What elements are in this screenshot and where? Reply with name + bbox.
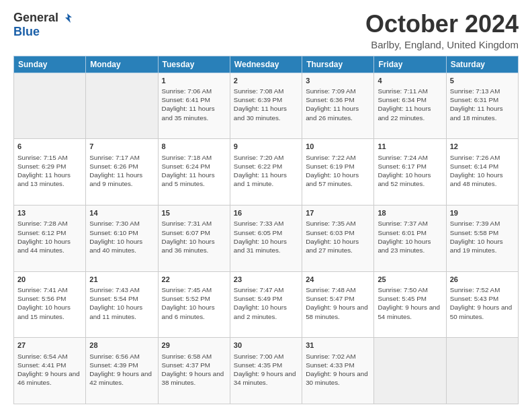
table-row: 15Sunrise: 7:31 AMSunset: 6:07 PMDayligh… (158, 205, 230, 271)
table-row: 8Sunrise: 7:18 AMSunset: 6:24 PMDaylight… (158, 139, 230, 205)
col-wednesday: Wednesday (230, 56, 302, 73)
table-row: 21Sunrise: 7:43 AMSunset: 5:54 PMDayligh… (86, 271, 158, 338)
day-number: 6 (17, 142, 82, 152)
day-info: Sunrise: 7:15 AMSunset: 6:29 PMDaylight:… (17, 153, 82, 189)
table-row: 19Sunrise: 7:39 AMSunset: 5:58 PMDayligh… (446, 205, 518, 271)
day-info: Sunrise: 7:48 AMSunset: 5:47 PMDaylight:… (306, 285, 370, 321)
day-info: Sunrise: 7:13 AMSunset: 6:31 PMDaylight:… (450, 87, 515, 122)
day-info: Sunrise: 6:58 AMSunset: 4:37 PMDaylight:… (162, 352, 226, 387)
table-row (86, 73, 158, 139)
day-number: 10 (306, 142, 370, 152)
col-thursday: Thursday (302, 56, 374, 73)
logo-blue-text: Blue (13, 26, 40, 39)
table-row: 5Sunrise: 7:13 AMSunset: 6:31 PMDaylight… (446, 73, 518, 139)
day-number: 8 (162, 142, 226, 152)
table-row: 24Sunrise: 7:48 AMSunset: 5:47 PMDayligh… (302, 271, 374, 338)
calendar-table: Sunday Monday Tuesday Wednesday Thursday… (13, 56, 519, 404)
table-row: 10Sunrise: 7:22 AMSunset: 6:19 PMDayligh… (302, 139, 374, 205)
header: General Blue October 2024 Barlby, Englan… (13, 11, 519, 50)
title-block: October 2024 Barlby, England, United Kin… (365, 11, 519, 50)
day-number: 30 (234, 340, 298, 351)
day-info: Sunrise: 7:43 AMSunset: 5:54 PMDaylight:… (89, 285, 154, 321)
day-number: 5 (450, 76, 515, 86)
table-row: 7Sunrise: 7:17 AMSunset: 6:26 PMDaylight… (86, 139, 158, 205)
logo-bird-icon (60, 11, 75, 26)
col-saturday: Saturday (446, 56, 518, 73)
day-number: 28 (89, 340, 154, 351)
calendar-week-row: 13Sunrise: 7:28 AMSunset: 6:12 PMDayligh… (14, 205, 519, 271)
day-info: Sunrise: 6:56 AMSunset: 4:39 PMDaylight:… (89, 352, 154, 387)
table-row (14, 73, 86, 139)
table-row: 4Sunrise: 7:11 AMSunset: 6:34 PMDaylight… (374, 73, 446, 139)
day-number: 22 (162, 275, 226, 285)
day-info: Sunrise: 7:30 AMSunset: 6:10 PMDaylight:… (89, 219, 154, 255)
day-info: Sunrise: 7:31 AMSunset: 6:07 PMDaylight:… (162, 219, 226, 255)
day-number: 12 (450, 142, 515, 152)
table-row: 29Sunrise: 6:58 AMSunset: 4:37 PMDayligh… (158, 338, 230, 404)
day-number: 7 (89, 142, 154, 152)
day-info: Sunrise: 7:17 AMSunset: 6:26 PMDaylight:… (89, 153, 154, 189)
page: General Blue October 2024 Barlby, Englan… (0, 0, 532, 411)
month-title: October 2024 (365, 11, 519, 38)
table-row: 16Sunrise: 7:33 AMSunset: 6:05 PMDayligh… (230, 205, 302, 271)
day-number: 17 (306, 208, 370, 218)
day-number: 13 (17, 208, 82, 218)
day-info: Sunrise: 7:33 AMSunset: 6:05 PMDaylight:… (234, 219, 298, 255)
day-info: Sunrise: 7:39 AMSunset: 5:58 PMDaylight:… (450, 219, 515, 255)
day-info: Sunrise: 7:22 AMSunset: 6:19 PMDaylight:… (306, 153, 370, 189)
day-info: Sunrise: 7:00 AMSunset: 4:35 PMDaylight:… (234, 352, 298, 387)
day-number: 21 (89, 275, 154, 285)
day-info: Sunrise: 6:54 AMSunset: 4:41 PMDaylight:… (17, 352, 82, 387)
day-number: 9 (234, 142, 298, 152)
table-row: 3Sunrise: 7:09 AMSunset: 6:36 PMDaylight… (302, 73, 374, 139)
day-number: 27 (17, 340, 82, 351)
table-row: 27Sunrise: 6:54 AMSunset: 4:41 PMDayligh… (14, 338, 86, 404)
table-row: 25Sunrise: 7:50 AMSunset: 5:45 PMDayligh… (374, 271, 446, 338)
day-info: Sunrise: 7:09 AMSunset: 6:36 PMDaylight:… (306, 87, 370, 122)
table-row: 23Sunrise: 7:47 AMSunset: 5:49 PMDayligh… (230, 271, 302, 338)
day-info: Sunrise: 7:41 AMSunset: 5:56 PMDaylight:… (17, 285, 82, 321)
day-info: Sunrise: 7:11 AMSunset: 6:34 PMDaylight:… (378, 87, 442, 122)
table-row (374, 338, 446, 404)
col-sunday: Sunday (14, 56, 86, 73)
location: Barlby, England, United Kingdom (365, 39, 519, 50)
col-monday: Monday (86, 56, 158, 73)
day-number: 29 (162, 340, 226, 351)
day-number: 25 (378, 275, 442, 285)
table-row (446, 338, 518, 404)
table-row: 17Sunrise: 7:35 AMSunset: 6:03 PMDayligh… (302, 205, 374, 271)
table-row: 9Sunrise: 7:20 AMSunset: 6:22 PMDaylight… (230, 139, 302, 205)
day-number: 16 (234, 208, 298, 218)
table-row: 31Sunrise: 7:02 AMSunset: 4:33 PMDayligh… (302, 338, 374, 404)
table-row: 26Sunrise: 7:52 AMSunset: 5:43 PMDayligh… (446, 271, 518, 338)
day-number: 3 (306, 76, 370, 86)
svg-marker-0 (65, 13, 72, 23)
day-number: 4 (378, 76, 442, 86)
table-row: 20Sunrise: 7:41 AMSunset: 5:56 PMDayligh… (14, 271, 86, 338)
col-friday: Friday (374, 56, 446, 73)
day-info: Sunrise: 7:02 AMSunset: 4:33 PMDaylight:… (306, 352, 370, 387)
day-number: 18 (378, 208, 442, 218)
table-row: 2Sunrise: 7:08 AMSunset: 6:39 PMDaylight… (230, 73, 302, 139)
day-info: Sunrise: 7:06 AMSunset: 6:41 PMDaylight:… (162, 87, 226, 122)
day-info: Sunrise: 7:18 AMSunset: 6:24 PMDaylight:… (162, 153, 226, 189)
day-number: 15 (162, 208, 226, 218)
day-info: Sunrise: 7:24 AMSunset: 6:17 PMDaylight:… (378, 153, 442, 189)
table-row: 22Sunrise: 7:45 AMSunset: 5:52 PMDayligh… (158, 271, 230, 338)
day-info: Sunrise: 7:37 AMSunset: 6:01 PMDaylight:… (378, 219, 442, 255)
day-number: 24 (306, 275, 370, 285)
day-number: 19 (450, 208, 515, 218)
table-row: 1Sunrise: 7:06 AMSunset: 6:41 PMDaylight… (158, 73, 230, 139)
table-row: 14Sunrise: 7:30 AMSunset: 6:10 PMDayligh… (86, 205, 158, 271)
calendar-week-row: 20Sunrise: 7:41 AMSunset: 5:56 PMDayligh… (14, 271, 519, 338)
col-tuesday: Tuesday (158, 56, 230, 73)
day-info: Sunrise: 7:35 AMSunset: 6:03 PMDaylight:… (306, 219, 370, 255)
logo: General Blue (13, 11, 75, 39)
day-info: Sunrise: 7:47 AMSunset: 5:49 PMDaylight:… (234, 285, 298, 321)
day-number: 20 (17, 275, 82, 285)
day-number: 26 (450, 275, 515, 285)
day-number: 14 (89, 208, 154, 218)
day-number: 31 (306, 340, 370, 351)
table-row: 28Sunrise: 6:56 AMSunset: 4:39 PMDayligh… (86, 338, 158, 404)
calendar-week-row: 6Sunrise: 7:15 AMSunset: 6:29 PMDaylight… (14, 139, 519, 205)
